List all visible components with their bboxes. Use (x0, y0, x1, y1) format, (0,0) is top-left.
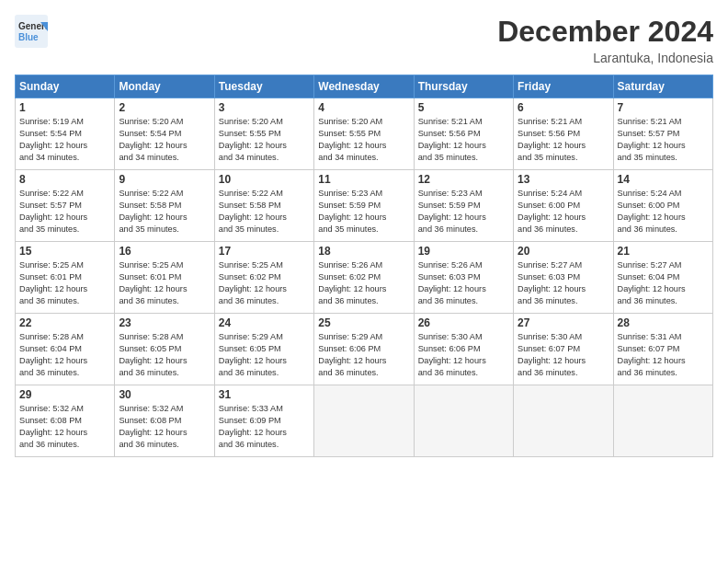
day-number: 5 (418, 101, 509, 114)
logo-icon: General Blue (15, 15, 48, 48)
calendar-cell: 17Sunrise: 5:25 AMSunset: 6:02 PMDayligh… (214, 242, 313, 314)
calendar-cell (514, 385, 613, 457)
day-info: Sunrise: 5:24 AMSunset: 6:00 PMDaylight:… (518, 188, 609, 236)
day-info: Sunrise: 5:29 AMSunset: 6:05 PMDaylight:… (219, 331, 310, 379)
day-number: 6 (518, 101, 609, 114)
header-row: Sunday Monday Tuesday Wednesday Thursday… (16, 75, 713, 98)
day-info: Sunrise: 5:22 AMSunset: 5:57 PMDaylight:… (19, 188, 110, 236)
month-title: December 2024 (497, 15, 713, 49)
day-number: 23 (119, 316, 210, 329)
day-number: 12 (418, 173, 509, 186)
day-info: Sunrise: 5:25 AMSunset: 6:02 PMDaylight:… (219, 259, 310, 307)
calendar-cell: 14Sunrise: 5:24 AMSunset: 6:00 PMDayligh… (613, 170, 712, 242)
day-info: Sunrise: 5:28 AMSunset: 6:04 PMDaylight:… (19, 331, 110, 379)
col-friday: Friday (514, 75, 613, 98)
calendar-cell: 10Sunrise: 5:22 AMSunset: 5:58 PMDayligh… (214, 170, 313, 242)
calendar-cell: 31Sunrise: 5:33 AMSunset: 6:09 PMDayligh… (214, 385, 313, 457)
day-info: Sunrise: 5:21 AMSunset: 5:56 PMDaylight:… (518, 116, 609, 164)
calendar-cell: 26Sunrise: 5:30 AMSunset: 6:06 PMDayligh… (414, 314, 513, 385)
day-number: 27 (518, 316, 609, 329)
day-number: 18 (318, 245, 409, 258)
calendar-cell: 19Sunrise: 5:26 AMSunset: 6:03 PMDayligh… (414, 242, 513, 314)
day-info: Sunrise: 5:26 AMSunset: 6:03 PMDaylight:… (418, 259, 509, 307)
calendar-cell (613, 385, 712, 457)
svg-rect-0 (15, 15, 48, 48)
calendar-cell: 24Sunrise: 5:29 AMSunset: 6:05 PMDayligh… (214, 314, 313, 385)
calendar-cell: 22Sunrise: 5:28 AMSunset: 6:04 PMDayligh… (16, 314, 115, 385)
calendar-week-4: 22Sunrise: 5:28 AMSunset: 6:04 PMDayligh… (16, 314, 713, 385)
calendar-cell (314, 385, 414, 457)
day-number: 3 (219, 101, 310, 114)
calendar-cell: 5Sunrise: 5:21 AMSunset: 5:56 PMDaylight… (414, 98, 513, 170)
header: General Blue December 2024 Larantuka, In… (15, 15, 713, 65)
day-number: 9 (119, 173, 210, 186)
calendar-cell: 21Sunrise: 5:27 AMSunset: 6:04 PMDayligh… (613, 242, 712, 314)
day-info: Sunrise: 5:23 AMSunset: 5:59 PMDaylight:… (418, 188, 509, 236)
day-number: 19 (418, 245, 509, 258)
day-info: Sunrise: 5:20 AMSunset: 5:54 PMDaylight:… (119, 116, 210, 164)
day-number: 2 (119, 101, 210, 114)
calendar-cell: 6Sunrise: 5:21 AMSunset: 5:56 PMDaylight… (514, 98, 613, 170)
title-section: December 2024 Larantuka, Indonesia (497, 15, 713, 65)
day-info: Sunrise: 5:32 AMSunset: 6:08 PMDaylight:… (119, 403, 210, 451)
day-info: Sunrise: 5:21 AMSunset: 5:57 PMDaylight:… (618, 116, 709, 164)
day-info: Sunrise: 5:30 AMSunset: 6:07 PMDaylight:… (518, 331, 609, 379)
calendar-cell: 4Sunrise: 5:20 AMSunset: 5:55 PMDaylight… (314, 98, 414, 170)
col-sunday: Sunday (16, 75, 115, 98)
calendar-cell: 9Sunrise: 5:22 AMSunset: 5:58 PMDaylight… (115, 170, 214, 242)
calendar-cell: 23Sunrise: 5:28 AMSunset: 6:05 PMDayligh… (115, 314, 214, 385)
calendar-cell: 25Sunrise: 5:29 AMSunset: 6:06 PMDayligh… (314, 314, 414, 385)
page-container: General Blue December 2024 Larantuka, In… (0, 0, 728, 465)
calendar-cell: 28Sunrise: 5:31 AMSunset: 6:07 PMDayligh… (613, 314, 712, 385)
calendar-cell: 27Sunrise: 5:30 AMSunset: 6:07 PMDayligh… (514, 314, 613, 385)
calendar-cell: 30Sunrise: 5:32 AMSunset: 6:08 PMDayligh… (115, 385, 214, 457)
day-info: Sunrise: 5:22 AMSunset: 5:58 PMDaylight:… (219, 188, 310, 236)
day-number: 7 (618, 101, 709, 114)
day-info: Sunrise: 5:28 AMSunset: 6:05 PMDaylight:… (119, 331, 210, 379)
day-info: Sunrise: 5:25 AMSunset: 6:01 PMDaylight:… (119, 259, 210, 307)
col-tuesday: Tuesday (214, 75, 313, 98)
calendar-cell (414, 385, 513, 457)
day-number: 13 (518, 173, 609, 186)
day-number: 15 (19, 245, 110, 258)
day-info: Sunrise: 5:26 AMSunset: 6:02 PMDaylight:… (318, 259, 409, 307)
calendar-cell: 20Sunrise: 5:27 AMSunset: 6:03 PMDayligh… (514, 242, 613, 314)
day-number: 1 (19, 101, 110, 114)
day-number: 11 (318, 173, 409, 186)
calendar-cell: 12Sunrise: 5:23 AMSunset: 5:59 PMDayligh… (414, 170, 513, 242)
svg-text:Blue: Blue (18, 32, 39, 42)
logo: General Blue (15, 15, 48, 52)
day-number: 28 (618, 316, 709, 329)
day-info: Sunrise: 5:20 AMSunset: 5:55 PMDaylight:… (219, 116, 310, 164)
day-info: Sunrise: 5:27 AMSunset: 6:03 PMDaylight:… (518, 259, 609, 307)
calendar-cell: 18Sunrise: 5:26 AMSunset: 6:02 PMDayligh… (314, 242, 414, 314)
day-number: 26 (418, 316, 509, 329)
day-info: Sunrise: 5:20 AMSunset: 5:55 PMDaylight:… (318, 116, 409, 164)
calendar-cell: 15Sunrise: 5:25 AMSunset: 6:01 PMDayligh… (16, 242, 115, 314)
calendar-cell: 13Sunrise: 5:24 AMSunset: 6:00 PMDayligh… (514, 170, 613, 242)
col-monday: Monday (115, 75, 214, 98)
calendar-cell: 7Sunrise: 5:21 AMSunset: 5:57 PMDaylight… (613, 98, 712, 170)
day-info: Sunrise: 5:23 AMSunset: 5:59 PMDaylight:… (318, 188, 409, 236)
day-info: Sunrise: 5:24 AMSunset: 6:00 PMDaylight:… (618, 188, 709, 236)
calendar-week-1: 1Sunrise: 5:19 AMSunset: 5:54 PMDaylight… (16, 98, 713, 170)
day-info: Sunrise: 5:31 AMSunset: 6:07 PMDaylight:… (618, 331, 709, 379)
day-number: 29 (19, 388, 110, 401)
day-info: Sunrise: 5:19 AMSunset: 5:54 PMDaylight:… (19, 116, 110, 164)
day-number: 31 (219, 388, 310, 401)
col-wednesday: Wednesday (314, 75, 414, 98)
calendar-table: Sunday Monday Tuesday Wednesday Thursday… (15, 75, 713, 457)
day-number: 20 (518, 245, 609, 258)
calendar-cell: 29Sunrise: 5:32 AMSunset: 6:08 PMDayligh… (16, 385, 115, 457)
day-number: 8 (19, 173, 110, 186)
calendar-cell: 1Sunrise: 5:19 AMSunset: 5:54 PMDaylight… (16, 98, 115, 170)
day-number: 24 (219, 316, 310, 329)
calendar-cell: 8Sunrise: 5:22 AMSunset: 5:57 PMDaylight… (16, 170, 115, 242)
calendar-cell: 2Sunrise: 5:20 AMSunset: 5:54 PMDaylight… (115, 98, 214, 170)
calendar-body: 1Sunrise: 5:19 AMSunset: 5:54 PMDaylight… (16, 98, 713, 457)
calendar-cell: 11Sunrise: 5:23 AMSunset: 5:59 PMDayligh… (314, 170, 414, 242)
day-info: Sunrise: 5:33 AMSunset: 6:09 PMDaylight:… (219, 403, 310, 451)
calendar-cell: 3Sunrise: 5:20 AMSunset: 5:55 PMDaylight… (214, 98, 313, 170)
day-number: 21 (618, 245, 709, 258)
day-info: Sunrise: 5:22 AMSunset: 5:58 PMDaylight:… (119, 188, 210, 236)
